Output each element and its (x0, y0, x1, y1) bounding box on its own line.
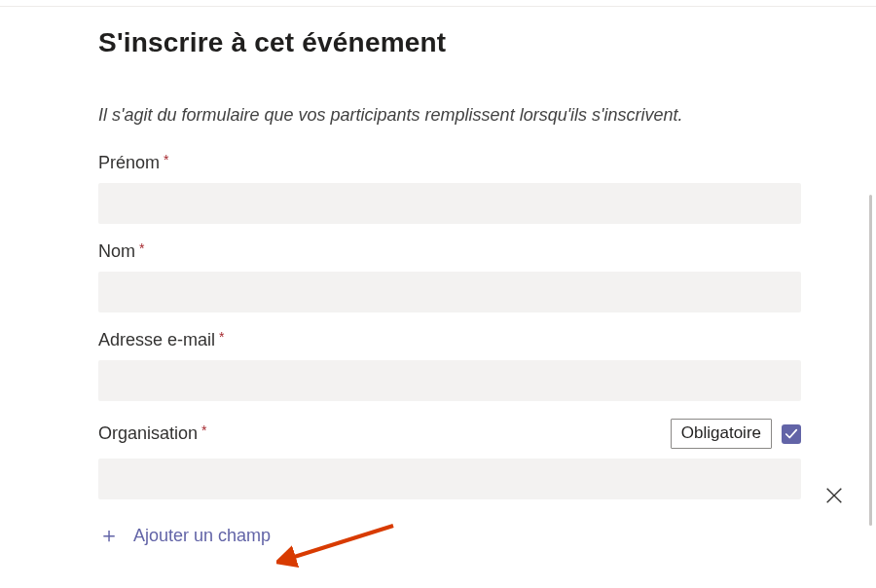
required-star-icon: * (201, 423, 206, 437)
email-label: Adresse e-mail * (98, 330, 225, 350)
last-name-label-text: Nom (98, 241, 135, 262)
email-label-text: Adresse e-mail (98, 330, 215, 350)
add-field-label: Ajouter un champ (133, 526, 271, 546)
required-toggle: Obligatoire (671, 419, 801, 449)
required-toggle-label: Obligatoire (671, 419, 772, 449)
required-star-icon: * (219, 330, 224, 344)
checkmark-icon (785, 427, 798, 441)
organization-label: Organisation * (98, 423, 207, 444)
first-name-label-text: Prénom (98, 153, 160, 173)
add-field-button[interactable]: ＋ Ajouter un champ (98, 525, 271, 546)
last-name-input[interactable] (98, 272, 801, 312)
first-name-input[interactable] (98, 183, 801, 224)
field-last-name: Nom * (98, 241, 801, 312)
scrollbar-thumb[interactable] (869, 195, 872, 526)
required-checkbox[interactable] (782, 424, 801, 444)
scrollbar[interactable] (866, 8, 872, 580)
form-description: Il s'agit du formulaire que vos particip… (98, 105, 801, 126)
page-title: S'inscrire à cet événement (98, 27, 801, 58)
field-organization: Organisation * Obligatoire (98, 419, 801, 499)
required-star-icon: * (164, 153, 168, 166)
close-button[interactable] (823, 485, 845, 506)
form-container: S'inscrire à cet événement Il s'agit du … (98, 27, 801, 546)
organization-input[interactable] (98, 459, 801, 499)
field-first-name: Prénom * (98, 153, 801, 224)
required-star-icon: * (139, 241, 144, 255)
field-email: Adresse e-mail * (98, 330, 801, 401)
plus-icon: ＋ (98, 525, 120, 546)
first-name-label: Prénom * (98, 153, 168, 173)
last-name-label: Nom * (98, 241, 144, 262)
organization-label-text: Organisation (98, 423, 198, 444)
email-input[interactable] (98, 360, 801, 401)
close-icon (823, 485, 845, 506)
top-divider (0, 6, 876, 7)
